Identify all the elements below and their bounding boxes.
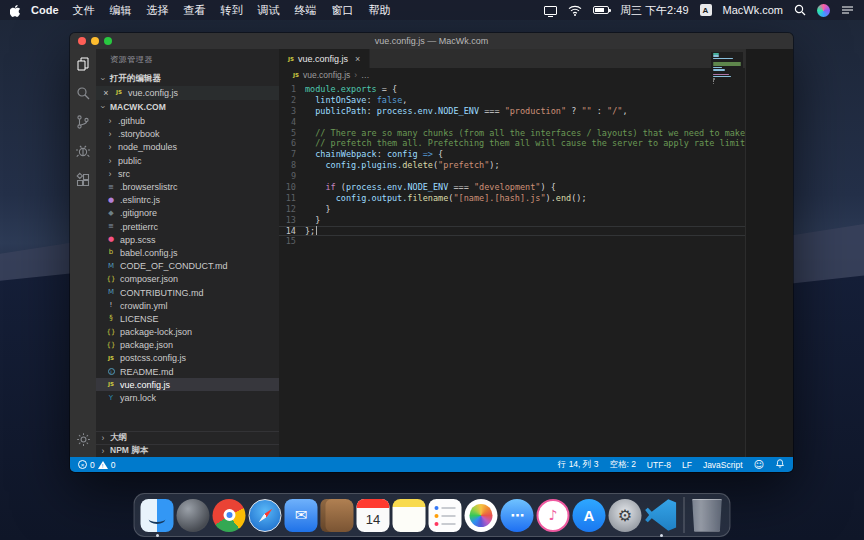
file-row-CODE_OF_CONDUCT.md[interactable]: MCODE_OF_CONDUCT.md: [96, 260, 279, 273]
text-cursor: [316, 226, 317, 235]
siri-icon[interactable]: [817, 4, 830, 17]
folder-row-.github[interactable]: ›.github: [96, 115, 279, 128]
apple-menu-icon[interactable]: [10, 4, 21, 17]
file-row-yarn.lock[interactable]: Yyarn.lock: [96, 391, 279, 404]
status-indentation[interactable]: 空格: 2: [609, 459, 635, 471]
notification-center-icon[interactable]: [841, 5, 854, 15]
breadcrumb-file[interactable]: vue.config.js: [303, 70, 350, 80]
menu-item-7[interactable]: 窗口: [332, 3, 354, 18]
file-row-README.md[interactable]: iREADME.md: [96, 365, 279, 378]
status-language-mode[interactable]: JavaScript: [703, 460, 743, 470]
file-row-babel.config.js[interactable]: bbabel.config.js: [96, 246, 279, 259]
code-line-15: 15: [279, 236, 793, 247]
battery-icon[interactable]: [593, 6, 609, 14]
menu-account[interactable]: MacWk.com: [723, 4, 784, 16]
file-row-.browserslistrc[interactable]: ≡.browserslistrc: [96, 180, 279, 193]
extensions-icon[interactable]: [75, 172, 91, 188]
dock-safari-icon[interactable]: [249, 499, 282, 532]
file-row-postcss.config.js[interactable]: JSpostcss.config.js: [96, 352, 279, 365]
sidebar-section-1[interactable]: ›NPM 脚本: [96, 444, 279, 457]
status-encoding[interactable]: UTF-8: [647, 460, 671, 470]
editor-scrollbar-area[interactable]: [745, 49, 793, 457]
info-file-icon: i: [108, 368, 115, 375]
dock-calendar-icon[interactable]: 14: [357, 499, 390, 532]
dock-itunes-icon[interactable]: ♪: [537, 499, 570, 532]
dock-contacts-icon[interactable]: [321, 499, 354, 532]
code-editor[interactable]: 1module.exports = {2 lintOnSave: false,3…: [279, 82, 793, 457]
folder-row-public[interactable]: ›public: [96, 154, 279, 167]
status-cursor-position[interactable]: 行 14, 列 3: [558, 459, 599, 471]
menu-item-5[interactable]: 调试: [258, 3, 280, 18]
file-row-package-lock.json[interactable]: {}package-lock.json: [96, 326, 279, 339]
problems-indicator[interactable]: × 0 ! 0: [78, 460, 115, 470]
open-editor-item[interactable]: ×JSvue.config.js: [96, 86, 279, 100]
close-editor-icon[interactable]: ×: [102, 88, 110, 98]
menu-item-2[interactable]: 选择: [147, 3, 169, 18]
js-file-icon: JS: [293, 72, 299, 78]
screen-mirroring-icon[interactable]: [544, 6, 557, 15]
file-row-crowdin.yml[interactable]: !crowdin.yml: [96, 299, 279, 312]
menu-item-6[interactable]: 终端: [295, 3, 317, 18]
dock-system-preferences-icon[interactable]: ⚙: [609, 499, 642, 532]
close-tab-icon[interactable]: ×: [355, 54, 360, 64]
dock-finder-icon[interactable]: [141, 499, 174, 532]
file-row-vue.config.js[interactable]: JSvue.config.js: [96, 378, 279, 391]
notifications-bell-icon[interactable]: [775, 458, 785, 471]
file-row-LICENSE[interactable]: §LICENSE: [96, 312, 279, 325]
tab-vue-config[interactable]: JS vue.config.js ×: [279, 49, 370, 68]
tree-item-label: app.scss: [120, 235, 156, 245]
settings-gear-icon[interactable]: [76, 432, 91, 447]
minimap-line: [713, 74, 729, 76]
minimap-line: [713, 80, 714, 82]
menu-item-4[interactable]: 转到: [221, 3, 243, 18]
sidebar-section-0[interactable]: ›大纲: [96, 431, 279, 444]
dock-messages-icon[interactable]: ⋯: [501, 499, 534, 532]
dock-launchpad-icon[interactable]: [177, 499, 210, 532]
zoom-window-button[interactable]: [104, 37, 112, 45]
file-row-app.scss[interactable]: ●app.scss: [96, 233, 279, 246]
input-method-icon[interactable]: A: [700, 4, 712, 16]
menu-app-name[interactable]: Code: [31, 4, 59, 16]
search-icon[interactable]: [75, 85, 91, 101]
file-row-.eslintrc.js[interactable]: ●.eslintrc.js: [96, 194, 279, 207]
dock-vscode-icon[interactable]: [645, 499, 678, 532]
file-row-package.json[interactable]: {}package.json: [96, 339, 279, 352]
dock-app-store-icon[interactable]: A: [573, 499, 606, 532]
window-titlebar[interactable]: vue.config.js — MacWk.com: [70, 33, 793, 49]
spotlight-search-icon[interactable]: [794, 4, 806, 16]
minimap[interactable]: [711, 52, 743, 88]
menu-clock[interactable]: 周三 下午2:49: [620, 3, 688, 18]
file-row-CONTRIBUTING.md[interactable]: MCONTRIBUTING.md: [96, 286, 279, 299]
menu-item-0[interactable]: 文件: [73, 3, 95, 18]
dock-photos-icon[interactable]: [465, 499, 498, 532]
status-eol[interactable]: LF: [682, 460, 692, 470]
menu-item-3[interactable]: 查看: [184, 3, 206, 18]
source-control-icon[interactable]: [75, 114, 91, 130]
project-section[interactable]: › MACWK.COM: [96, 100, 279, 115]
menu-item-8[interactable]: 帮助: [369, 3, 391, 18]
dock-reminders-icon[interactable]: [429, 499, 462, 532]
file-row-.prettierrc[interactable]: ≡.prettierrc: [96, 220, 279, 233]
dock-notes-icon[interactable]: [393, 499, 426, 532]
code-line-11: 11 config.output.filename("[name].[hash]…: [279, 193, 793, 204]
tree-item-label: package-lock.json: [120, 327, 192, 337]
dock: ✉14⋯♪A⚙: [134, 493, 731, 537]
explorer-icon[interactable]: [75, 56, 91, 72]
wifi-icon[interactable]: [568, 5, 582, 16]
breadcrumb-more[interactable]: …: [361, 70, 370, 80]
file-row-composer.json[interactable]: {}composer.json: [96, 273, 279, 286]
minimize-window-button[interactable]: [91, 37, 99, 45]
open-editors-section[interactable]: › 打开的编辑器: [96, 71, 279, 86]
line-number: 11: [279, 193, 305, 204]
debug-icon[interactable]: [75, 143, 91, 159]
close-window-button[interactable]: [78, 37, 86, 45]
folder-row-.storybook[interactable]: ›.storybook: [96, 128, 279, 141]
dock-mail-icon[interactable]: ✉: [285, 499, 318, 532]
menu-item-1[interactable]: 编辑: [110, 3, 132, 18]
folder-row-src[interactable]: ›src: [96, 167, 279, 180]
file-row-.gitignore[interactable]: ◆.gitignore: [96, 207, 279, 220]
dock-chrome-icon[interactable]: [213, 499, 246, 532]
folder-row-node_modules[interactable]: ›node_modules: [96, 141, 279, 154]
feedback-smiley-icon[interactable]: ☺: [754, 459, 764, 470]
dock-trash-icon[interactable]: [691, 499, 724, 532]
